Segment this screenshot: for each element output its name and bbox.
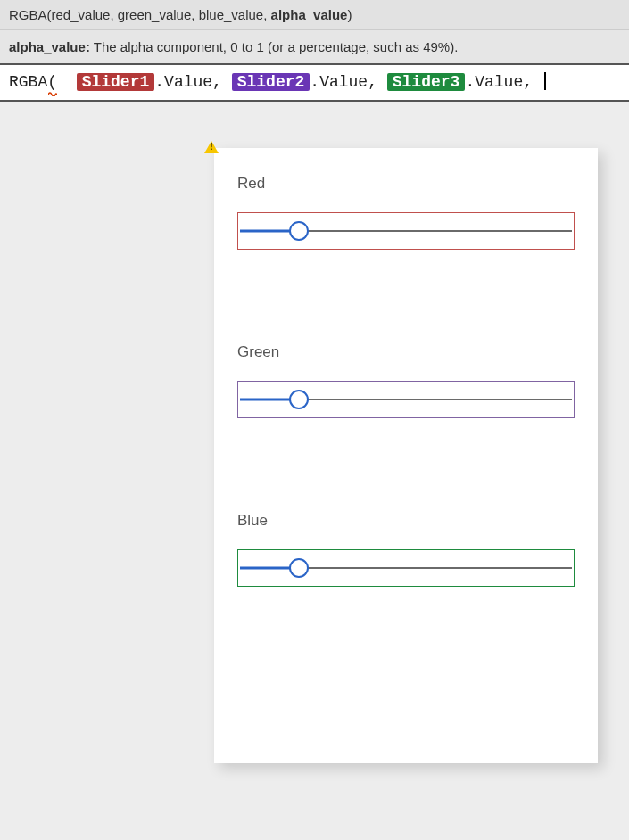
parameter-help-bar: alpha_value: The alpha component, 0 to 1… — [0, 30, 629, 65]
slider-track-empty — [303, 567, 572, 569]
slider-label: Blue — [237, 512, 575, 530]
slider-thumb[interactable] — [289, 390, 309, 409]
canvas-area[interactable]: ! Red Green Blue — [0, 102, 629, 797]
warning-icon[interactable]: ! — [204, 141, 219, 155]
slider-group-blue: Blue — [237, 512, 575, 587]
slider-track-empty — [303, 399, 572, 400]
slider-thumb[interactable] — [289, 558, 309, 578]
slider-track-empty — [303, 230, 572, 232]
preview-card[interactable]: Red Green Blue — [214, 148, 598, 763]
slider3-token[interactable]: Slider3 — [387, 73, 466, 91]
slider-group-green: Green — [237, 343, 575, 418]
error-squiggle-icon — [48, 91, 57, 96]
param-name: alpha_value: — [9, 39, 90, 54]
slider2-token[interactable]: Slider2 — [232, 73, 310, 91]
function-signature-bar: RGBA(red_value, green_value, blue_value,… — [0, 0, 629, 30]
slider-blue[interactable] — [237, 549, 575, 587]
param-desc: The alpha component, 0 to 1 (or a percen… — [90, 39, 458, 54]
signature-params: red_value, green_value, blue_value, — [52, 7, 268, 22]
formula-bar[interactable]: RGBA( Slider1.Value, Slider2.Value, Slid… — [0, 65, 629, 102]
formula-fn: RGBA — [9, 73, 47, 91]
signature-fn: RGBA — [9, 7, 47, 22]
slider1-token[interactable]: Slider1 — [77, 73, 155, 91]
signature-current-param: alpha_value — [271, 7, 348, 22]
slider-label: Red — [237, 175, 575, 193]
slider-thumb[interactable] — [289, 221, 309, 241]
text-cursor — [544, 72, 546, 90]
slider-red[interactable] — [237, 212, 575, 250]
slider-group-red: Red — [237, 175, 575, 250]
slider-label: Green — [237, 343, 575, 361]
slider-green[interactable] — [237, 381, 575, 418]
